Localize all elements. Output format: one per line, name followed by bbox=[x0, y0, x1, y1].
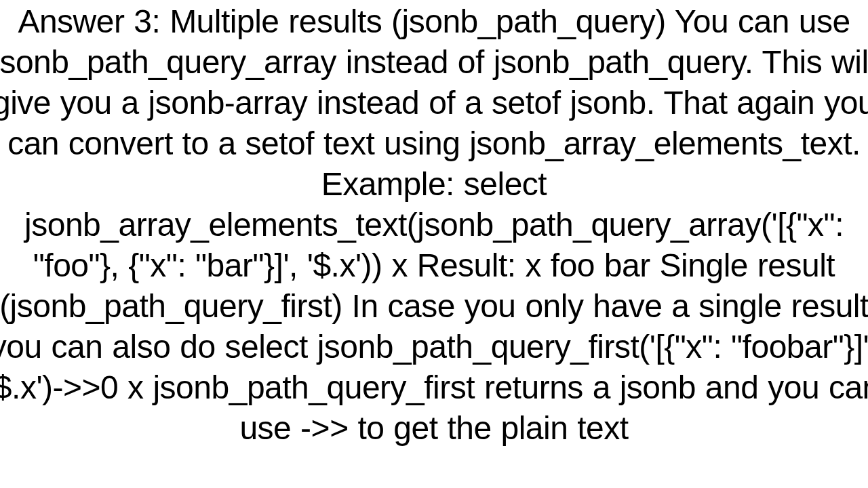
answer-body-text: Answer 3: Multiple results (jsonb_path_q… bbox=[0, 1, 868, 449]
